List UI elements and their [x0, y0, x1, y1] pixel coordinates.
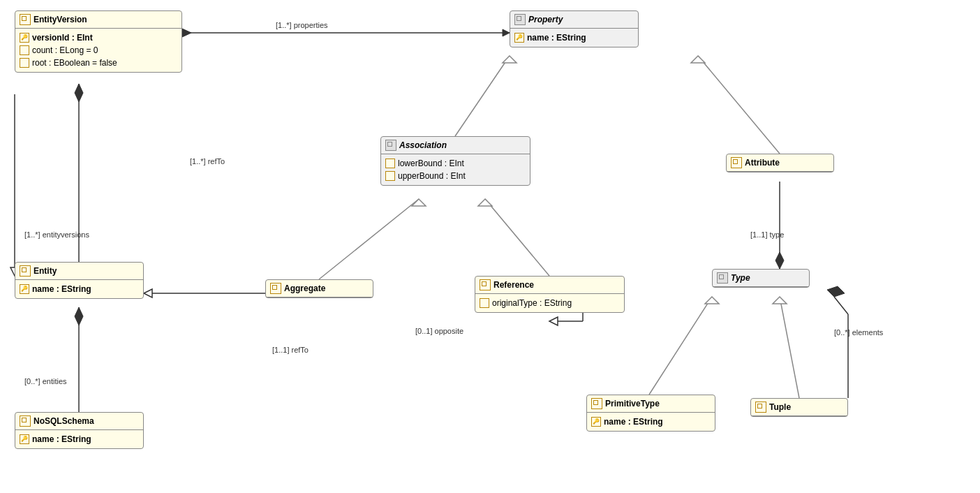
class-name-association: Association [399, 140, 447, 150]
class-entityversion[interactable]: EntityVersion versionId : EInt count : E… [15, 10, 182, 73]
svg-marker-10 [478, 199, 492, 206]
class-icon-nosqlschema [20, 415, 31, 427]
key-icon-propname [514, 33, 524, 43]
attr-lower: lowerBound : EInt [398, 157, 464, 170]
label-entities: [0..*] entities [24, 377, 67, 385]
label-refto1: [1..*] refTo [190, 157, 225, 165]
class-attribute[interactable]: Attribute [726, 154, 834, 172]
attr-icon-upper [385, 171, 395, 181]
class-icon-property [514, 14, 526, 25]
attr-propname: name : EString [527, 31, 586, 44]
class-icon-entityversion [20, 14, 31, 25]
attr-entityname: name : EString [32, 283, 91, 295]
class-icon-tuple [755, 402, 766, 413]
svg-marker-18 [144, 289, 152, 297]
attr-versionid: versionId : EInt [32, 31, 93, 44]
attr-origtype: originalType : EString [492, 297, 572, 309]
attr-root: root : EBoolean = false [32, 57, 117, 69]
label-opposite: [0..1] opposite [415, 327, 463, 335]
svg-line-7 [319, 199, 419, 279]
class-name-aggregate: Aggregate [284, 284, 325, 293]
svg-marker-24 [775, 252, 784, 269]
svg-marker-22 [549, 317, 558, 325]
svg-line-5 [698, 56, 780, 154]
class-entity[interactable]: Entity name : EString [15, 262, 144, 299]
svg-marker-6 [691, 56, 705, 63]
svg-marker-4 [503, 56, 517, 63]
class-reference[interactable]: Reference originalType : EString [475, 276, 625, 313]
class-name-property: Property [528, 15, 563, 24]
key-icon-entity [20, 284, 29, 294]
attr-primitivename: name : EString [604, 415, 663, 428]
class-name-primitivetype: PrimitiveType [605, 399, 660, 409]
class-icon-entity [20, 265, 31, 277]
label-properties: [1..*] properties [276, 21, 328, 29]
label-elements: [0..*] elements [834, 328, 883, 337]
label-entityversions: [1..*] entityversions [24, 230, 89, 239]
attr-icon-count [20, 45, 29, 55]
class-tuple[interactable]: Tuple [750, 398, 848, 417]
class-icon-aggregate [270, 283, 281, 294]
svg-marker-26 [705, 297, 719, 304]
attrs-nosqlschema: name : EString [15, 430, 143, 448]
svg-marker-12 [75, 84, 83, 102]
svg-line-9 [485, 199, 549, 276]
svg-line-25 [649, 297, 712, 395]
svg-line-30 [834, 297, 848, 314]
class-icon-reference [480, 279, 491, 290]
class-name-tuple: Tuple [769, 402, 791, 412]
svg-marker-8 [412, 199, 426, 206]
class-primitivetype[interactable]: PrimitiveType name : EString [586, 395, 715, 432]
key-icon-versionid [20, 33, 29, 43]
label-type: [1..1] type [750, 230, 784, 239]
attrs-association: lowerBound : EInt upperBound : EInt [381, 154, 530, 185]
class-icon-type [717, 272, 728, 284]
attr-icon-root [20, 58, 29, 68]
svg-marker-16 [75, 307, 83, 325]
class-icon-attribute [731, 157, 742, 168]
attrs-reference: originalType : EString [475, 294, 624, 312]
attrs-entity: name : EString [15, 280, 143, 298]
uml-diagram: [1..*] properties [1..*] refTo [1..*] en… [0, 0, 980, 493]
attr-nosqlname: name : EString [32, 433, 91, 446]
attrs-primitivetype: name : EString [587, 413, 715, 431]
attr-icon-lower [385, 159, 395, 168]
svg-marker-28 [773, 297, 787, 304]
class-name-reference: Reference [493, 280, 534, 290]
svg-marker-2 [503, 29, 510, 36]
class-icon-primitivetype [591, 398, 602, 409]
class-name-type: Type [731, 273, 750, 283]
class-name-entityversion: EntityVersion [34, 15, 87, 24]
attr-icon-origtype [480, 298, 489, 308]
attr-count: count : ELong = 0 [32, 44, 98, 57]
class-type[interactable]: Type [712, 269, 810, 288]
svg-line-27 [780, 297, 799, 398]
class-property[interactable]: Property name : EString [510, 10, 639, 47]
class-name-entity: Entity [34, 266, 57, 276]
class-aggregate[interactable]: Aggregate [265, 279, 373, 298]
svg-line-3 [455, 56, 510, 136]
class-association[interactable]: Association lowerBound : EInt upperBound… [380, 136, 530, 186]
svg-marker-31 [827, 286, 845, 297]
class-icon-association [385, 140, 396, 151]
class-name-attribute: Attribute [745, 158, 780, 168]
class-name-nosqlschema: NoSQLSchema [34, 416, 94, 426]
key-icon-nosqlschema [20, 434, 29, 444]
attr-upper: upperBound : EInt [398, 170, 466, 182]
attrs-property: name : EString [510, 29, 638, 47]
class-nosqlschema[interactable]: NoSQLSchema name : EString [15, 412, 144, 449]
attrs-entityversion: versionId : EInt count : ELong = 0 root … [15, 29, 181, 72]
key-icon-primitivetype [591, 417, 601, 427]
label-refto2: [1..1] refTo [272, 346, 309, 354]
